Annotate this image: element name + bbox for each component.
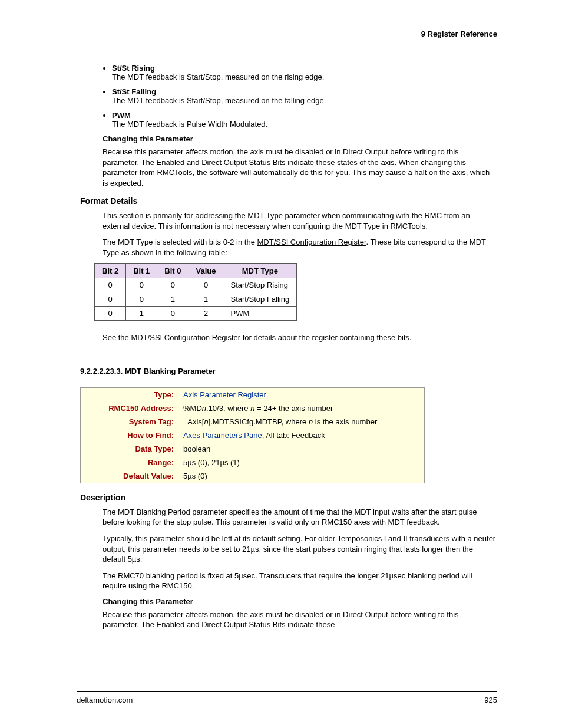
description-p1: The MDT Blanking Period parameter specif…: [103, 507, 497, 528]
info-range-value: 5µs (0), 21µs (1): [178, 456, 425, 469]
info-default-label: Default Value:: [81, 469, 179, 483]
col-value: Value: [189, 264, 223, 278]
col-bit2: Bit 2: [95, 264, 126, 278]
item-title: St/St Falling: [112, 87, 156, 96]
info-datatype-value: boolean: [178, 442, 425, 456]
description-heading: Description: [80, 493, 497, 502]
direct-output-link-2[interactable]: Direct Output: [201, 620, 247, 629]
mdtssi-config-link[interactable]: MDT/SSI Configuration Register: [257, 238, 366, 246]
table-row: 0 0 1 1 Start/Stop Falling: [95, 292, 297, 307]
list-item: St/St Falling The MDT feedback is Start/…: [112, 87, 497, 105]
item-title: St/St Rising: [112, 64, 155, 73]
mdtssi-config-link-2[interactable]: MDT/SSI Configuration Register: [131, 333, 240, 342]
format-details-p2: The MDT Type is selected with bits 0-2 i…: [103, 237, 497, 258]
col-bit0: Bit 0: [157, 264, 189, 278]
list-item: St/St Rising The MDT feedback is Start/S…: [112, 64, 497, 81]
item-desc: The MDT feedback is Start/Stop, measured…: [112, 96, 326, 105]
info-rmc150-value: %MDn.10/3, where n = 24+ the axis number: [178, 401, 425, 415]
item-desc: The MDT feedback is Start/Stop, measured…: [112, 73, 324, 81]
item-title: PWM: [112, 111, 131, 120]
enabled-link-2[interactable]: Enabled: [157, 620, 185, 629]
info-datatype-label: Data Type:: [81, 442, 179, 456]
changing-param-text-2: Because this parameter affects motion, t…: [103, 610, 497, 630]
mdt-type-list: St/St Rising The MDT feedback is Start/S…: [82, 64, 497, 129]
status-bits-link[interactable]: Status Bits: [249, 158, 285, 167]
col-bit1: Bit 1: [126, 264, 157, 278]
info-howto-label: How to Find:: [81, 429, 179, 442]
info-systag-value: _Axis[n].MDTSSICfg.MDTBP, where n is the…: [178, 415, 425, 429]
table-row: 0 0 0 0 Start/Stop Rising: [95, 278, 297, 292]
list-item: PWM The MDT feedback is Pulse Width Modu…: [112, 111, 497, 129]
info-howto-value: Axes Parameters Pane, All tab: Feedback: [178, 429, 425, 442]
info-type-label: Type:: [81, 387, 179, 401]
axis-param-register-link[interactable]: Axis Parameter Register: [183, 390, 266, 399]
direct-output-link[interactable]: Direct Output: [201, 158, 247, 167]
axes-params-pane-link[interactable]: Axes Parameters Pane: [183, 431, 262, 440]
status-bits-link-2[interactable]: Status Bits: [249, 620, 285, 629]
item-desc: The MDT feedback is Pulse Width Modulate…: [112, 120, 267, 129]
changing-param-text: Because this parameter affects motion, t…: [103, 147, 497, 188]
section-number-heading: 9.2.2.2.23.3. MDT Blanking Parameter: [80, 367, 497, 375]
table-row: 0 1 0 2 PWM: [95, 307, 297, 321]
page-footer: deltamotion.com 925: [77, 691, 497, 704]
changing-param-heading-2: Changing this Parameter: [103, 597, 497, 606]
parameter-info-table: Type: Axis Parameter Register RMC150 Add…: [80, 387, 425, 483]
see-also-text: See the MDT/SSI Configuration Register f…: [103, 332, 497, 343]
footer-page-number: 925: [484, 696, 497, 704]
enabled-link[interactable]: Enabled: [157, 158, 185, 167]
description-p2: Typically, this parameter should be left…: [103, 533, 497, 565]
info-rmc150-label: RMC150 Address:: [81, 401, 179, 415]
info-default-value: 5µs (0): [178, 469, 425, 483]
description-p3: The RMC70 blanking period is fixed at 5µ…: [103, 571, 497, 591]
page-header: 9 Register Reference: [77, 29, 497, 42]
changing-param-heading: Changing this Parameter: [103, 134, 497, 143]
format-details-p1: This section is primarily for addressing…: [103, 210, 497, 231]
col-mdt-type: MDT Type: [223, 264, 297, 278]
info-range-label: Range:: [81, 456, 179, 469]
footer-site: deltamotion.com: [77, 696, 133, 704]
mdt-type-table: Bit 2 Bit 1 Bit 0 Value MDT Type 0 0 0 0…: [94, 263, 297, 321]
format-details-heading: Format Details: [80, 196, 497, 206]
info-systag-label: System Tag:: [81, 415, 179, 429]
